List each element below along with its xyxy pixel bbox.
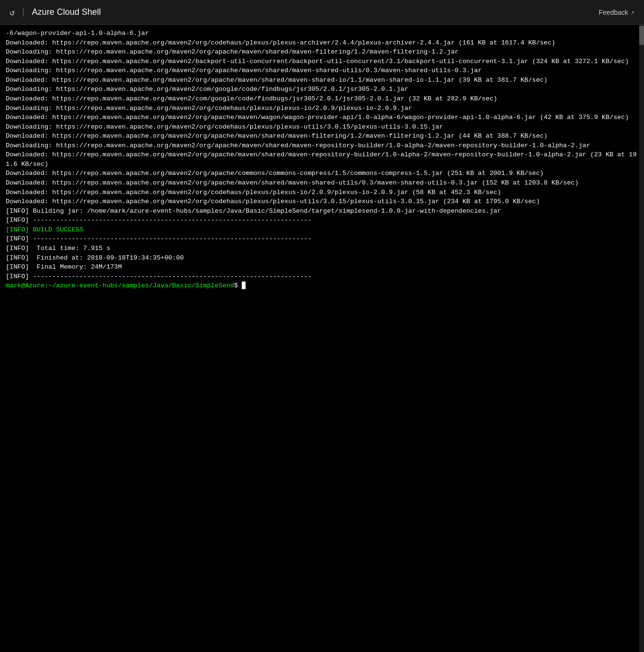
refresh-icon[interactable]: ↺: [10, 7, 15, 18]
titlebar: ↺ | Azure Cloud Shell Feedback ↗: [0, 0, 644, 25]
app: ↺ | Azure Cloud Shell Feedback ↗ -6/wago…: [0, 0, 644, 652]
title-separator: |: [21, 7, 26, 18]
titlebar-left: ↺ | Azure Cloud Shell: [10, 7, 101, 18]
feedback-link[interactable]: Feedback: [599, 9, 628, 16]
app-title: Azure Cloud Shell: [32, 7, 101, 17]
terminal-content: -6/wagon-provider-api-1.0-alpha-6.jarDow…: [6, 29, 638, 291]
scrollbar[interactable]: [639, 25, 644, 652]
terminal[interactable]: -6/wagon-provider-api-1.0-alpha-6.jarDow…: [0, 25, 644, 652]
titlebar-right: Feedback ↗: [599, 9, 634, 16]
scrollbar-thumb[interactable]: [639, 26, 644, 45]
external-link-icon: ↗: [631, 9, 634, 16]
